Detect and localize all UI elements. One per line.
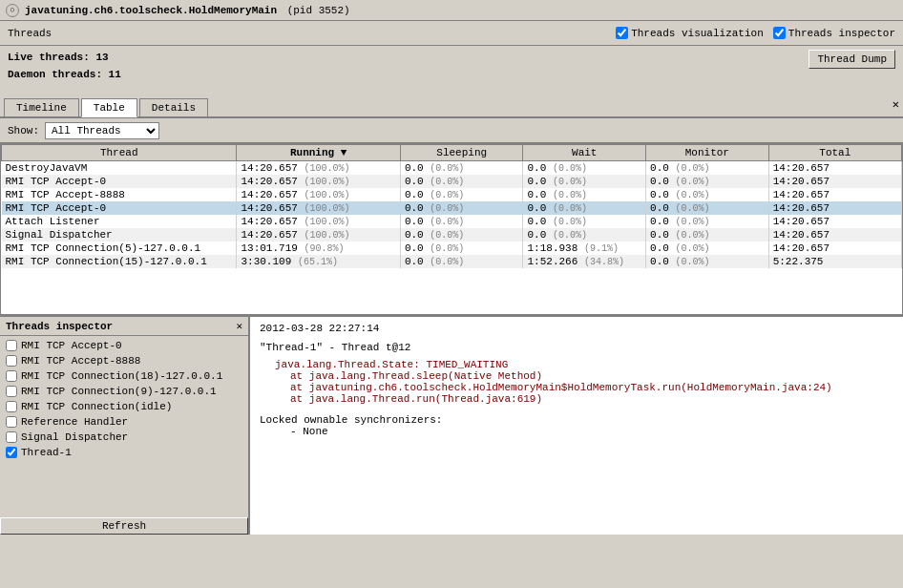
dump-thread-name: "Thread-1" - Thread t@12 — [260, 342, 410, 353]
cell-monitor: 0.0 (0.0%) — [646, 175, 769, 188]
tab-table[interactable]: Table — [81, 98, 137, 117]
daemon-threads-label: Daemon threads: 11 — [8, 67, 121, 84]
thread-item-label: Thread-1 — [21, 447, 72, 458]
thread-item-label: Reference Handler — [21, 416, 128, 428]
show-select[interactable]: All Threads Live Threads Daemon Threads … — [45, 122, 159, 139]
thread-inspector-item[interactable]: RMI TCP Accept-0 — [0, 338, 248, 353]
threads-visualization-input[interactable] — [616, 27, 628, 39]
cell-sleeping: 0.0 (0.0%) — [400, 161, 523, 176]
cell-total: 14:20.657 — [768, 188, 901, 201]
cell-thread: DestroyJavaVM — [2, 161, 237, 176]
table-row[interactable]: RMI TCP Connection(5)-127.0.0.1 13:01.71… — [2, 242, 902, 255]
bottom-section: Threads inspector ✕ RMI TCP Accept-0RMI … — [0, 315, 903, 535]
cell-total: 14:20.657 — [768, 215, 901, 228]
threads-inspector-checkbox[interactable]: Threads inspector — [773, 27, 895, 39]
thread-dump-panel: 2012-03-28 22:27:14 "Thread-1" - Thread … — [250, 317, 903, 535]
thread-checkbox[interactable] — [6, 447, 17, 458]
cell-running: 14:20.657 (100.0%) — [237, 161, 400, 176]
table-row[interactable]: RMI TCP Accept-8888 14:20.657 (100.0%) 0… — [2, 188, 902, 201]
close-icon[interactable]: ✕ — [892, 97, 899, 112]
thread-checkbox[interactable] — [6, 431, 17, 443]
dump-stack-line: at java.lang.Thread.run(Thread.java:619) — [290, 393, 893, 405]
threads-inspector-input[interactable] — [773, 27, 786, 39]
menu-right: Threads visualization Threads inspector — [616, 27, 895, 39]
thread-checkbox[interactable] — [6, 416, 17, 428]
cell-running: 14:20.657 (100.0%) — [237, 201, 400, 215]
thread-inspector-item[interactable]: Signal Dispatcher — [0, 430, 248, 445]
cell-total: 14:20.657 — [768, 228, 901, 242]
cell-running: 14:20.657 (100.0%) — [237, 228, 400, 242]
thread-item-label: RMI TCP Connection(9)-127.0.0.1 — [21, 386, 217, 397]
threads-list[interactable]: RMI TCP Accept-0RMI TCP Accept-8888RMI T… — [0, 336, 248, 517]
thread-item-label: RMI TCP Connection(18)-127.0.0.1 — [21, 370, 222, 382]
threads-inspector-label: Threads inspector — [788, 28, 895, 39]
cell-thread: RMI TCP Connection(5)-127.0.0.1 — [2, 242, 237, 255]
thread-item-label: Signal Dispatcher — [21, 431, 128, 443]
table-scroll[interactable]: Thread Running ▼ Sleeping Wait Monitor T… — [1, 144, 902, 314]
dump-stack-line: at javatuning.ch6.toolscheck.HoldMemoryM… — [290, 382, 893, 393]
tab-details[interactable]: Details — [139, 98, 208, 116]
table-row[interactable]: RMI TCP Accept-0 14:20.657 (100.0%) 0.0 … — [2, 201, 902, 215]
cell-monitor: 0.0 (0.0%) — [646, 242, 769, 255]
cell-thread: RMI TCP Accept-0 — [2, 201, 237, 215]
cell-wait: 0.0 (0.0%) — [523, 228, 646, 242]
thread-checkbox[interactable] — [6, 340, 17, 351]
thread-inspector-item[interactable]: RMI TCP Accept-8888 — [0, 353, 248, 368]
thread-checkbox[interactable] — [6, 355, 17, 367]
table-row[interactable]: DestroyJavaVM 14:20.657 (100.0%) 0.0 (0.… — [2, 161, 902, 176]
cell-sleeping: 0.0 (0.0%) — [400, 215, 523, 228]
inspector-close-icon[interactable]: ✕ — [236, 320, 242, 332]
cell-wait: 0.0 (0.0%) — [523, 175, 646, 188]
cell-total: 14:20.657 — [768, 175, 901, 188]
dump-locked-value: - None — [290, 426, 893, 437]
col-total[interactable]: Total — [768, 145, 901, 161]
thread-checkbox[interactable] — [6, 401, 17, 412]
cell-wait: 1:18.938 (9.1%) — [523, 242, 646, 255]
thread-inspector-item[interactable]: RMI TCP Connection(idle) — [0, 399, 248, 414]
thread-checkbox[interactable] — [6, 370, 17, 382]
info-bar: Live threads: 13 Daemon threads: 11 Thre… — [0, 46, 903, 94]
title-bar: ○ javatuning.ch6.toolscheck.HoldMemoryMa… — [0, 0, 903, 21]
live-threads-label: Live threads: 13 — [8, 50, 121, 67]
cell-monitor: 0.0 (0.0%) — [646, 255, 769, 268]
threads-visualization-checkbox[interactable]: Threads visualization — [616, 27, 764, 39]
cell-monitor: 0.0 (0.0%) — [646, 215, 769, 228]
cell-sleeping: 0.0 (0.0%) — [400, 175, 523, 188]
table-row[interactable]: Attach Listener 14:20.657 (100.0%) 0.0 (… — [2, 215, 902, 228]
thread-item-label: RMI TCP Accept-8888 — [21, 355, 140, 367]
thread-checkbox[interactable] — [6, 386, 17, 397]
cell-thread: Signal Dispatcher — [2, 228, 237, 242]
dump-timestamp: 2012-03-28 22:27:14 — [260, 323, 893, 334]
thread-inspector-item[interactable]: Thread-1 — [0, 445, 248, 460]
cell-monitor: 0.0 (0.0%) — [646, 228, 769, 242]
table-row[interactable]: RMI TCP Connection(15)-127.0.0.1 3:30.10… — [2, 255, 902, 268]
cell-monitor: 0.0 (0.0%) — [646, 201, 769, 215]
cell-sleeping: 0.0 (0.0%) — [400, 201, 523, 215]
cell-thread: RMI TCP Accept-0 — [2, 175, 237, 188]
thread-inspector-item[interactable]: RMI TCP Connection(9)-127.0.0.1 — [0, 384, 248, 399]
cell-sleeping: 0.0 (0.0%) — [400, 255, 523, 268]
cell-sleeping: 0.0 (0.0%) — [400, 188, 523, 201]
show-label: Show: — [8, 125, 39, 136]
refresh-button[interactable]: Refresh — [0, 517, 248, 535]
col-thread[interactable]: Thread — [2, 145, 237, 161]
col-monitor[interactable]: Monitor — [646, 145, 769, 161]
col-wait[interactable]: Wait — [523, 145, 646, 161]
cell-sleeping: 0.0 (0.0%) — [400, 242, 523, 255]
cell-thread: RMI TCP Connection(15)-127.0.0.1 — [2, 255, 237, 268]
thread-dump-button[interactable]: Thread Dump — [808, 50, 895, 69]
thread-inspector-item[interactable]: RMI TCP Connection(18)-127.0.0.1 — [0, 368, 248, 384]
col-sleeping[interactable]: Sleeping — [400, 145, 523, 161]
tab-timeline[interactable]: Timeline — [4, 98, 79, 116]
show-bar: Show: All Threads Live Threads Daemon Th… — [0, 118, 903, 143]
thread-inspector-item[interactable]: Reference Handler — [0, 414, 248, 430]
cell-wait: 0.0 (0.0%) — [523, 215, 646, 228]
col-running[interactable]: Running ▼ — [237, 145, 400, 161]
window-icon: ○ — [6, 4, 19, 17]
thread-item-label: RMI TCP Connection(idle) — [21, 401, 172, 412]
cell-wait: 0.0 (0.0%) — [523, 161, 646, 176]
cell-thread: RMI TCP Accept-8888 — [2, 188, 237, 201]
table-row[interactable]: Signal Dispatcher 14:20.657 (100.0%) 0.0… — [2, 228, 902, 242]
table-row[interactable]: RMI TCP Accept-0 14:20.657 (100.0%) 0.0 … — [2, 175, 902, 188]
threads-menu-label[interactable]: Threads — [8, 28, 52, 39]
